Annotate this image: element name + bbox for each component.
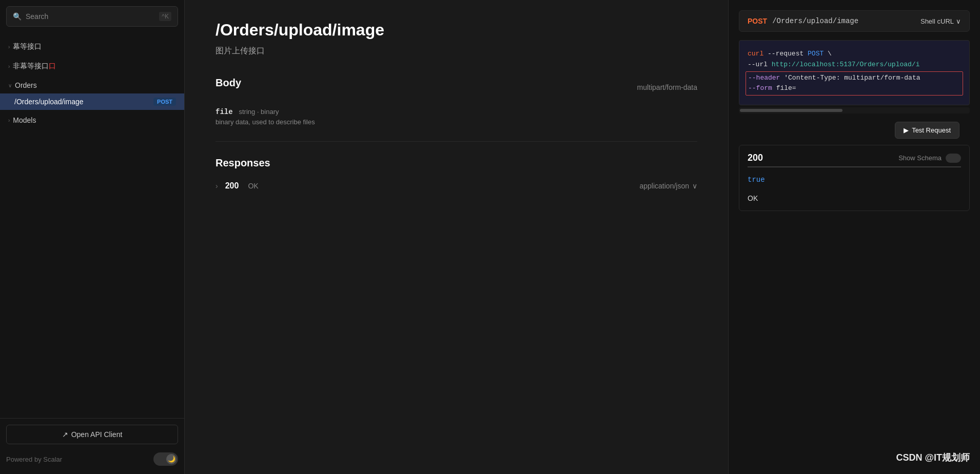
code-token: --form (748, 84, 772, 92)
code-line-1: curl --request POST \ (748, 49, 961, 60)
test-request-row: ▶ Test Request (729, 116, 980, 145)
code-scrollbar[interactable] (739, 107, 970, 113)
body-header: Body multipart/form-data (215, 77, 697, 97)
method-badge-post: POST (153, 98, 176, 106)
doc-panel: /Orders/upload/image 图片上传接口 Body multipa… (185, 0, 729, 474)
response-status-text: OK (248, 182, 258, 190)
lang-selector[interactable]: Shell cURL ∨ (920, 17, 961, 25)
chevron-down-icon: ∨ (956, 17, 961, 25)
request-method: POST (748, 17, 767, 25)
chevron-down-icon: ∨ (692, 182, 697, 190)
param-name: file (215, 108, 233, 116)
sidebar-item-models[interactable]: › Models (0, 112, 184, 128)
code-token: --url (748, 61, 772, 68)
sidebar-item-muping[interactable]: › 幕等接口 (0, 38, 184, 55)
highlighted-code-section: --header 'Content-Type: multipart/form-d… (746, 71, 963, 96)
sidebar-footer: ↗ Open API Client Powered by Scalar 🌙 (0, 418, 184, 474)
sidebar-item-feimuping[interactable]: › 非幕等接口口 (0, 58, 184, 75)
param-header: file string · binary (215, 107, 697, 116)
response-format-selector[interactable]: application/json ∨ (639, 182, 697, 190)
param-type: string · binary (239, 108, 279, 116)
open-api-label: Open API Client (71, 430, 123, 439)
powered-by-text: Powered by Scalar (6, 456, 62, 463)
sidebar-item-orders[interactable]: ∨ Orders (0, 77, 184, 93)
param-file: file string · binary binary data, used t… (215, 107, 697, 126)
code-token: http://localhost:5137/Orders/upload/i (772, 61, 920, 68)
code-token: 'Content-Type: multipart/form-data (784, 74, 920, 82)
nav-group-muping: › 幕等接口 (0, 37, 184, 56)
test-request-button[interactable]: ▶ Test Request (895, 122, 959, 139)
scrollbar-thumb (740, 109, 842, 112)
show-schema-toggle[interactable]: Show Schema (898, 154, 961, 163)
response-status-code: 200 (748, 153, 763, 163)
param-desc: binary data, used to describe files (215, 118, 697, 126)
response-status-bar: 200 Show Schema (739, 145, 969, 166)
open-api-client-button[interactable]: ↗ Open API Client (6, 425, 178, 444)
group-label: 非幕等接口口 (13, 62, 56, 71)
theme-toggle[interactable]: 🌙 (153, 452, 178, 466)
code-token: POST (808, 50, 824, 58)
response-format-label: application/json (639, 182, 689, 190)
search-shortcut: ^K (159, 12, 171, 21)
response-ok-text: OK (739, 190, 969, 211)
code-line-3: --header 'Content-Type: multipart/form-d… (748, 73, 961, 84)
search-icon: 🔍 (13, 12, 22, 21)
chevron-icon: › (8, 44, 10, 50)
main-content: /Orders/upload/image 图片上传接口 Body multipa… (185, 0, 980, 474)
nav-group-models: › Models (0, 111, 184, 129)
response-divider (748, 166, 961, 167)
sidebar-item-orders-upload-image[interactable]: /Orders/upload/image POST (0, 93, 184, 110)
section-divider (215, 141, 697, 142)
code-block: curl --request POST \ --url http://local… (739, 40, 970, 105)
endpoint-description: 图片上传接口 (215, 46, 697, 56)
nav-group-feimuping: › 非幕等接口口 (0, 56, 184, 76)
code-token: --request (768, 50, 808, 58)
code-token: --header (748, 74, 780, 82)
responses-section-title: Responses (215, 157, 697, 169)
sidebar-nav: › 幕等接口 › 非幕等接口口 ∨ Orders /Orders/upload/… (0, 33, 184, 418)
code-token: file= (776, 84, 796, 92)
response-body: true (739, 174, 969, 190)
chevron-icon: › (8, 118, 10, 123)
nav-item-path: /Orders/upload/image (14, 98, 84, 106)
code-token: \ (828, 50, 832, 58)
code-line-4: --form file= (748, 83, 961, 94)
request-bar: POST /Orders/upload/image Shell cURL ∨ (739, 10, 970, 32)
sidebar: 🔍 Search ^K › 幕等接口 › 非幕等接口口 ∨ Orders (0, 0, 185, 474)
group-label: Models (13, 116, 36, 124)
chevron-icon: ∨ (8, 83, 12, 88)
group-label: 幕等接口 (13, 42, 42, 51)
code-line-2: --url http://localhost:5137/Orders/uploa… (748, 60, 961, 70)
content-type: multipart/form-data (637, 83, 697, 91)
chevron-icon: › (215, 182, 218, 190)
endpoint-title: /Orders/upload/image (215, 21, 697, 40)
group-label: Orders (15, 81, 37, 89)
code-token: curl (748, 50, 763, 58)
response-200-row[interactable]: › 200 OK application/json ∨ (215, 177, 697, 195)
response-section: 200 Show Schema true OK (739, 145, 970, 211)
body-section-title: Body (215, 77, 241, 89)
test-request-label: Test Request (912, 126, 951, 134)
response-status-code: 200 (225, 181, 239, 191)
play-icon: ▶ (904, 126, 909, 134)
search-input-label: Search (26, 12, 155, 21)
search-bar[interactable]: 🔍 Search ^K (6, 6, 178, 27)
show-schema-label: Show Schema (898, 154, 942, 162)
request-path: /Orders/upload/image (772, 17, 920, 25)
nav-group-orders: ∨ Orders /Orders/upload/image POST (0, 76, 184, 111)
schema-toggle-switch[interactable] (946, 154, 961, 163)
theme-toggle-knob: 🌙 (166, 454, 177, 464)
open-api-icon: ↗ (62, 430, 68, 439)
response-true-value: true (748, 176, 961, 184)
watermark: CSDN @IT规划师 (896, 451, 970, 464)
chevron-icon: › (8, 64, 10, 69)
lang-label: Shell cURL (920, 17, 954, 25)
right-panel: POST /Orders/upload/image Shell cURL ∨ c… (729, 0, 980, 474)
powered-by-row: Powered by Scalar 🌙 (6, 450, 178, 468)
